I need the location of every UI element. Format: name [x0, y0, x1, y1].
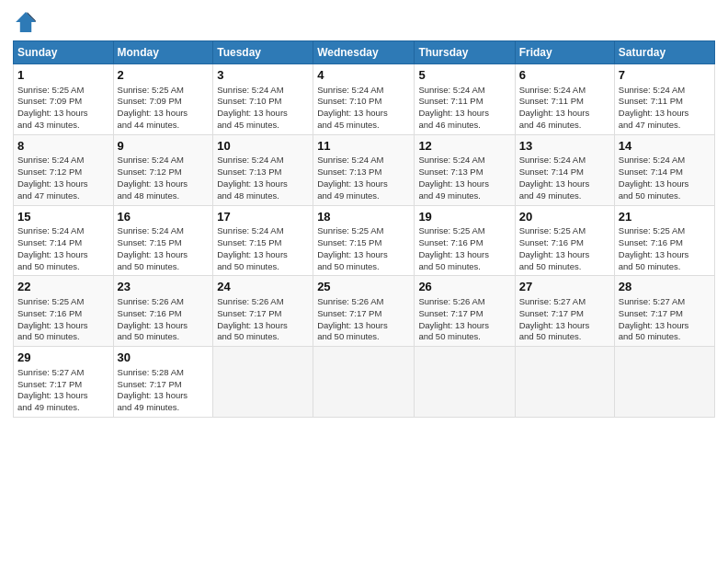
day-number: 23 — [118, 279, 210, 295]
calendar-header-wednesday: Wednesday — [313, 41, 415, 64]
calendar-cell: 13Sunrise: 5:24 AM Sunset: 7:14 PM Dayli… — [515, 134, 614, 205]
day-number: 19 — [418, 209, 510, 225]
day-info: Sunrise: 5:25 AM Sunset: 7:09 PM Dayligh… — [118, 85, 210, 132]
day-number: 25 — [317, 279, 410, 295]
page-container: SundayMondayTuesdayWednesdayThursdayFrid… — [0, 0, 728, 563]
day-info: Sunrise: 5:25 AM Sunset: 7:16 PM Dayligh… — [17, 296, 109, 343]
calendar-cell: 12Sunrise: 5:24 AM Sunset: 7:13 PM Dayli… — [415, 134, 515, 205]
day-info: Sunrise: 5:27 AM Sunset: 7:17 PM Dayligh… — [519, 296, 610, 343]
day-info: Sunrise: 5:26 AM Sunset: 7:17 PM Dayligh… — [418, 296, 510, 343]
calendar-header-friday: Friday — [515, 41, 614, 64]
header — [13, 9, 715, 35]
calendar-header-row: SundayMondayTuesdayWednesdayThursdayFrid… — [14, 41, 715, 64]
calendar-week-3: 22Sunrise: 5:25 AM Sunset: 7:16 PM Dayli… — [14, 276, 715, 347]
calendar-cell: 25Sunrise: 5:26 AM Sunset: 7:17 PM Dayli… — [313, 276, 415, 347]
day-number: 24 — [217, 279, 309, 295]
calendar-cell: 21Sunrise: 5:25 AM Sunset: 7:16 PM Dayli… — [614, 205, 714, 276]
calendar-header-tuesday: Tuesday — [213, 41, 313, 64]
calendar-cell: 30Sunrise: 5:28 AM Sunset: 7:17 PM Dayli… — [113, 347, 213, 418]
calendar-cell: 19Sunrise: 5:25 AM Sunset: 7:16 PM Dayli… — [415, 205, 515, 276]
day-info: Sunrise: 5:28 AM Sunset: 7:17 PM Dayligh… — [118, 367, 210, 414]
day-info: Sunrise: 5:25 AM Sunset: 7:09 PM Dayligh… — [17, 85, 109, 132]
day-number: 27 — [519, 279, 610, 295]
day-info: Sunrise: 5:24 AM Sunset: 7:10 PM Dayligh… — [317, 85, 410, 132]
day-number: 20 — [519, 209, 610, 225]
day-number: 4 — [317, 67, 410, 84]
day-number: 17 — [217, 209, 309, 225]
day-info: Sunrise: 5:25 AM Sunset: 7:16 PM Dayligh… — [519, 225, 610, 272]
logo — [13, 9, 42, 35]
calendar-cell: 22Sunrise: 5:25 AM Sunset: 7:16 PM Dayli… — [14, 276, 114, 347]
day-info: Sunrise: 5:26 AM Sunset: 7:17 PM Dayligh… — [317, 296, 410, 343]
calendar-cell: 7Sunrise: 5:24 AM Sunset: 7:11 PM Daylig… — [614, 64, 714, 135]
calendar-cell: 1Sunrise: 5:25 AM Sunset: 7:09 PM Daylig… — [14, 64, 114, 135]
day-number: 5 — [418, 67, 510, 84]
day-info: Sunrise: 5:24 AM Sunset: 7:14 PM Dayligh… — [17, 225, 109, 272]
day-number: 2 — [118, 67, 210, 84]
day-info: Sunrise: 5:24 AM Sunset: 7:11 PM Dayligh… — [418, 85, 510, 132]
day-number: 9 — [118, 138, 210, 155]
day-info: Sunrise: 5:24 AM Sunset: 7:12 PM Dayligh… — [17, 155, 109, 201]
calendar-cell: 18Sunrise: 5:25 AM Sunset: 7:15 PM Dayli… — [313, 205, 415, 276]
day-number: 10 — [217, 138, 309, 155]
calendar-cell: 16Sunrise: 5:24 AM Sunset: 7:15 PM Dayli… — [113, 205, 213, 276]
day-number: 22 — [17, 279, 109, 295]
day-info: Sunrise: 5:24 AM Sunset: 7:11 PM Dayligh… — [519, 85, 610, 132]
calendar-cell — [313, 347, 415, 418]
calendar-cell: 11Sunrise: 5:24 AM Sunset: 7:13 PM Dayli… — [313, 134, 415, 205]
day-number: 13 — [519, 138, 610, 155]
calendar-cell: 14Sunrise: 5:24 AM Sunset: 7:14 PM Dayli… — [614, 134, 714, 205]
day-number: 6 — [519, 67, 610, 84]
calendar-cell: 17Sunrise: 5:24 AM Sunset: 7:15 PM Dayli… — [213, 205, 313, 276]
day-info: Sunrise: 5:27 AM Sunset: 7:17 PM Dayligh… — [17, 367, 109, 414]
calendar-header-monday: Monday — [113, 41, 213, 64]
day-number: 11 — [317, 138, 410, 155]
calendar-cell: 2Sunrise: 5:25 AM Sunset: 7:09 PM Daylig… — [113, 64, 213, 135]
day-info: Sunrise: 5:24 AM Sunset: 7:13 PM Dayligh… — [217, 155, 309, 201]
day-info: Sunrise: 5:25 AM Sunset: 7:16 PM Dayligh… — [418, 225, 510, 272]
calendar-cell: 23Sunrise: 5:26 AM Sunset: 7:16 PM Dayli… — [113, 276, 213, 347]
day-info: Sunrise: 5:24 AM Sunset: 7:13 PM Dayligh… — [317, 155, 410, 201]
calendar-cell: 26Sunrise: 5:26 AM Sunset: 7:17 PM Dayli… — [415, 276, 515, 347]
day-number: 29 — [17, 350, 109, 366]
calendar-cell: 8Sunrise: 5:24 AM Sunset: 7:12 PM Daylig… — [14, 134, 114, 205]
calendar-week-2: 15Sunrise: 5:24 AM Sunset: 7:14 PM Dayli… — [14, 205, 715, 276]
calendar-cell: 3Sunrise: 5:24 AM Sunset: 7:10 PM Daylig… — [213, 64, 313, 135]
calendar-cell: 10Sunrise: 5:24 AM Sunset: 7:13 PM Dayli… — [213, 134, 313, 205]
calendar-cell — [213, 347, 313, 418]
day-number: 28 — [619, 279, 711, 295]
calendar-cell — [415, 347, 515, 418]
day-info: Sunrise: 5:26 AM Sunset: 7:17 PM Dayligh… — [217, 296, 309, 343]
day-info: Sunrise: 5:27 AM Sunset: 7:17 PM Dayligh… — [619, 296, 711, 343]
calendar-cell: 5Sunrise: 5:24 AM Sunset: 7:11 PM Daylig… — [415, 64, 515, 135]
day-number: 30 — [118, 350, 210, 366]
day-info: Sunrise: 5:26 AM Sunset: 7:16 PM Dayligh… — [118, 296, 210, 343]
calendar-cell: 15Sunrise: 5:24 AM Sunset: 7:14 PM Dayli… — [14, 205, 114, 276]
calendar-cell: 24Sunrise: 5:26 AM Sunset: 7:17 PM Dayli… — [213, 276, 313, 347]
calendar-header-saturday: Saturday — [614, 41, 714, 64]
calendar-cell: 20Sunrise: 5:25 AM Sunset: 7:16 PM Dayli… — [515, 205, 614, 276]
calendar-week-4: 29Sunrise: 5:27 AM Sunset: 7:17 PM Dayli… — [14, 347, 715, 418]
day-info: Sunrise: 5:24 AM Sunset: 7:10 PM Dayligh… — [217, 85, 309, 132]
calendar-header-thursday: Thursday — [415, 41, 515, 64]
day-number: 8 — [17, 138, 109, 155]
day-info: Sunrise: 5:24 AM Sunset: 7:14 PM Dayligh… — [619, 155, 711, 201]
day-info: Sunrise: 5:24 AM Sunset: 7:13 PM Dayligh… — [418, 155, 510, 201]
logo-icon — [13, 9, 39, 35]
calendar-cell — [614, 347, 714, 418]
day-number: 12 — [418, 138, 510, 155]
day-number: 7 — [619, 67, 711, 84]
day-info: Sunrise: 5:25 AM Sunset: 7:16 PM Dayligh… — [619, 225, 711, 272]
calendar-header-sunday: Sunday — [14, 41, 114, 64]
calendar-week-1: 8Sunrise: 5:24 AM Sunset: 7:12 PM Daylig… — [14, 134, 715, 205]
day-info: Sunrise: 5:25 AM Sunset: 7:15 PM Dayligh… — [317, 225, 410, 272]
day-info: Sunrise: 5:24 AM Sunset: 7:15 PM Dayligh… — [217, 225, 309, 272]
day-number: 18 — [317, 209, 410, 225]
calendar-cell — [515, 347, 614, 418]
day-info: Sunrise: 5:24 AM Sunset: 7:14 PM Dayligh… — [519, 155, 610, 201]
calendar-cell: 27Sunrise: 5:27 AM Sunset: 7:17 PM Dayli… — [515, 276, 614, 347]
day-info: Sunrise: 5:24 AM Sunset: 7:11 PM Dayligh… — [619, 85, 711, 132]
day-number: 26 — [418, 279, 510, 295]
calendar-week-0: 1Sunrise: 5:25 AM Sunset: 7:09 PM Daylig… — [14, 64, 715, 135]
day-info: Sunrise: 5:24 AM Sunset: 7:12 PM Dayligh… — [118, 155, 210, 201]
